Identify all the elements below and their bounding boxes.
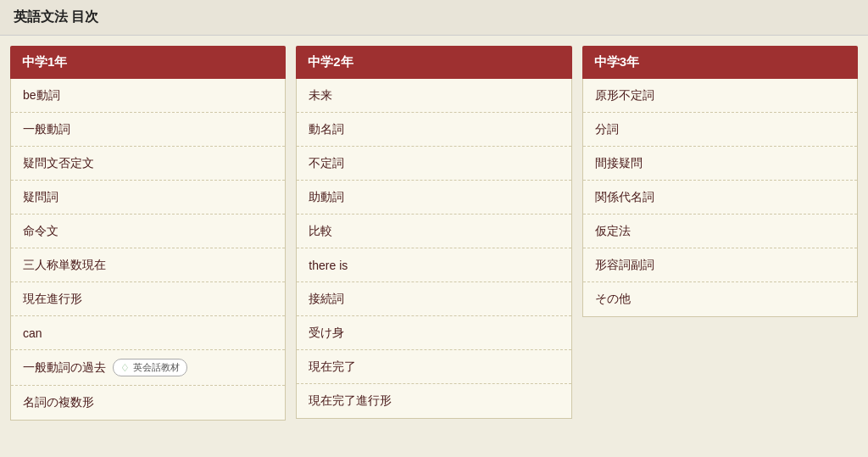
badge-text: 英会話教材: [133, 361, 180, 374]
item-label: can: [23, 326, 42, 340]
column-header-grade1: 中学1年: [10, 46, 286, 79]
item-label: 受け身: [309, 326, 344, 341]
list-item[interactable]: there is: [297, 248, 570, 282]
item-badge: ♢英会話教材: [113, 359, 187, 376]
item-label: 未来: [309, 88, 332, 103]
item-label: 現在完了: [309, 359, 356, 375]
list-item[interactable]: can: [11, 316, 285, 350]
columns-container: 中学1年be動詞一般動詞疑問文否定文疑問詞命令文三人称単数現在現在進行形can一…: [0, 36, 868, 431]
item-label: 一般動詞: [23, 122, 70, 137]
list-item[interactable]: その他: [583, 282, 857, 316]
list-item[interactable]: 名詞の複数形: [11, 386, 285, 420]
list-item[interactable]: 疑問詞: [11, 181, 285, 215]
item-label: 接続詞: [309, 292, 344, 307]
column-header-grade3: 中学3年: [582, 46, 858, 79]
list-item[interactable]: 動名詞: [297, 113, 570, 147]
item-label: 一般動詞の過去: [23, 360, 106, 376]
list-item[interactable]: 命令文: [11, 215, 285, 248]
item-label: 現在完了進行形: [309, 393, 392, 409]
column-items-grade2: 未来動名詞不定詞助動詞比較there is接続詞受け身現在完了現在完了進行形: [296, 79, 571, 419]
item-label: 現在進行形: [23, 292, 82, 307]
item-label: 比較: [309, 224, 332, 239]
list-item[interactable]: 助動詞: [297, 181, 570, 215]
item-label: 三人称単数現在: [23, 258, 106, 273]
item-label: 原形不定詞: [595, 88, 654, 103]
list-item[interactable]: 現在進行形: [11, 282, 285, 316]
item-label: 関係代名詞: [595, 190, 654, 205]
list-item[interactable]: 一般動詞の過去♢英会話教材: [11, 350, 285, 386]
list-item[interactable]: 関係代名詞: [583, 181, 857, 215]
list-item[interactable]: 分詞: [583, 113, 857, 147]
list-item[interactable]: 一般動詞: [11, 113, 285, 147]
item-label: 助動詞: [309, 190, 344, 205]
list-item[interactable]: 現在完了進行形: [297, 384, 570, 418]
list-item[interactable]: 受け身: [297, 316, 570, 350]
item-label: その他: [595, 292, 631, 307]
list-item[interactable]: 不定詞: [297, 147, 570, 181]
item-label: there is: [309, 259, 348, 272]
item-label: 疑問詞: [23, 190, 58, 205]
list-item[interactable]: be動詞: [11, 79, 285, 113]
item-label: 動名詞: [309, 122, 344, 137]
list-item[interactable]: 接続詞: [297, 282, 570, 316]
list-item[interactable]: 仮定法: [583, 215, 857, 248]
list-item[interactable]: 疑問文否定文: [11, 147, 285, 181]
list-item[interactable]: 現在完了: [297, 350, 570, 384]
badge-icon: ♢: [120, 362, 130, 374]
item-label: 疑問文否定文: [23, 156, 94, 171]
item-label: 命令文: [23, 224, 58, 239]
item-label: 名詞の複数形: [23, 395, 94, 410]
column-header-grade2: 中学2年: [296, 46, 571, 79]
list-item[interactable]: 三人称単数現在: [11, 248, 285, 282]
column-grade3: 中学3年原形不定詞分詞間接疑問関係代名詞仮定法形容詞副詞その他: [582, 46, 858, 421]
list-item[interactable]: 間接疑問: [583, 147, 857, 181]
page-title-bar: 英語文法 目次: [0, 0, 868, 36]
column-items-grade3: 原形不定詞分詞間接疑問関係代名詞仮定法形容詞副詞その他: [582, 79, 858, 317]
item-label: be動詞: [23, 88, 60, 103]
item-label: 仮定法: [595, 224, 631, 239]
column-grade2: 中学2年未来動名詞不定詞助動詞比較there is接続詞受け身現在完了現在完了進…: [296, 46, 571, 421]
list-item[interactable]: 未来: [297, 79, 570, 113]
column-items-grade1: be動詞一般動詞疑問文否定文疑問詞命令文三人称単数現在現在進行形can一般動詞の…: [10, 79, 286, 421]
list-item[interactable]: 比較: [297, 215, 570, 248]
item-label: 不定詞: [309, 156, 344, 171]
list-item[interactable]: 原形不定詞: [583, 79, 857, 113]
item-label: 分詞: [595, 122, 619, 137]
column-grade1: 中学1年be動詞一般動詞疑問文否定文疑問詞命令文三人称単数現在現在進行形can一…: [10, 46, 286, 421]
item-label: 形容詞副詞: [595, 258, 654, 273]
list-item[interactable]: 形容詞副詞: [583, 248, 857, 282]
page-title: 英語文法 目次: [14, 8, 854, 26]
item-label: 間接疑問: [595, 156, 643, 171]
